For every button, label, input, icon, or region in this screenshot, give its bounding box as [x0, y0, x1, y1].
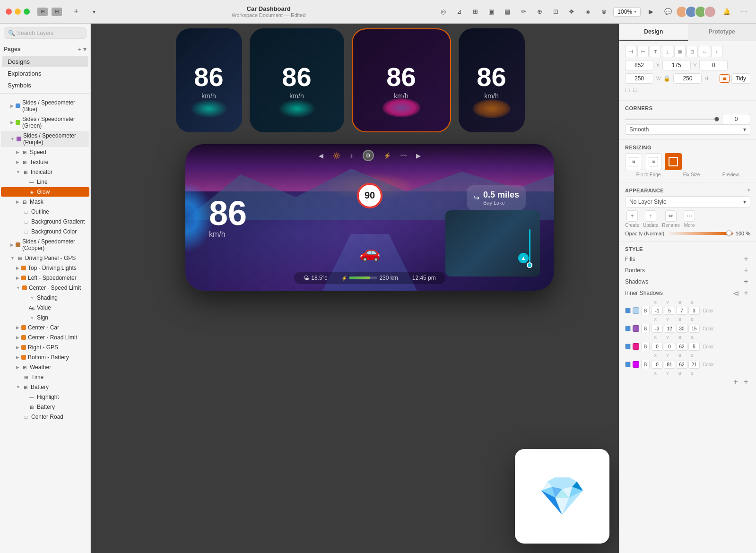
handle-br[interactable] [448, 130, 451, 132]
pages-menu-icon[interactable]: ▾ [83, 45, 87, 53]
zoom-control[interactable]: 100% ▾ [613, 7, 641, 17]
align-center-btn[interactable]: ⊢ [637, 46, 649, 57]
page-symbols[interactable]: Symbols [2, 80, 88, 91]
expand-inner-shadows-btn[interactable]: ⊲ [731, 289, 740, 297]
shadow-3-color[interactable] [633, 343, 639, 350]
align-left-btn[interactable]: ⊣ [625, 46, 636, 57]
add-inner-shadow-button[interactable]: + [742, 289, 750, 297]
shadow-3-b-val[interactable]: 62 [676, 343, 687, 351]
shadow-3-y[interactable]: 0 [664, 343, 675, 351]
minimize-button[interactable] [15, 9, 21, 15]
layer-indicator[interactable]: ▼ ⊞ Indicator [1, 167, 89, 177]
layer-sides-copper[interactable]: ▶ Sides / Speedometer (Copper) [1, 237, 89, 253]
align-right-btn[interactable]: ⊤ [650, 46, 661, 57]
play-icon[interactable]: ▶ [644, 5, 658, 18]
flip-v-btn[interactable]: ↕ [711, 46, 722, 57]
shadow-2-b-val[interactable]: 30 [676, 325, 687, 333]
flip-h-btn[interactable]: ↔ [699, 46, 710, 57]
close-button[interactable] [6, 9, 12, 15]
layer-line[interactable]: — Line [1, 177, 89, 187]
page-explorations[interactable]: Explorations [2, 68, 88, 79]
shadow-1-color[interactable] [633, 307, 639, 314]
layer-battery[interactable]: ⊞ Battery [1, 402, 89, 412]
shadow-1-b-val[interactable]: 7 [676, 307, 687, 315]
layer-sign[interactable]: ○ Sign [1, 313, 89, 322]
maximize-button[interactable] [24, 9, 30, 15]
corners-slider[interactable] [625, 119, 719, 120]
add-shadow-button[interactable]: + [742, 277, 750, 286]
shadow-2-y[interactable]: 12 [664, 325, 675, 333]
navigator-icon[interactable]: ⊞ [37, 8, 48, 16]
layer-value[interactable]: Aa Value [1, 303, 89, 312]
canvas-area[interactable]: 86 km/h 86 km/h 86 km/h [91, 24, 619, 553]
shadow-2-checkbox[interactable] [625, 326, 631, 331]
shadow-3-checkbox[interactable] [625, 344, 631, 349]
layer-time[interactable]: ⊞ Time [1, 372, 89, 382]
tab-prototype[interactable]: Prototype [688, 24, 756, 41]
shadow-2-b[interactable]: B [641, 324, 650, 333]
shadow-3-b[interactable]: B [641, 342, 650, 351]
add-page-button[interactable]: + [78, 45, 81, 53]
add-border-button[interactable]: + [742, 266, 750, 275]
shadow-4-s[interactable]: 21 [688, 361, 700, 369]
grid-icon[interactable]: ⊟ [52, 8, 62, 16]
shadow-4-b-val[interactable]: 62 [676, 361, 687, 369]
add-style-btn-bottom-2[interactable]: + [742, 378, 750, 386]
rename-action[interactable]: ✏ Rename [662, 210, 680, 228]
smooth-dropdown[interactable]: Smooth ▾ [625, 124, 750, 135]
layer-sides-green[interactable]: ▶ Sides / Speedometer (Green) [1, 114, 89, 130]
shadow-2-color[interactable] [633, 325, 639, 332]
shadow-3-x[interactable]: 0 [652, 343, 663, 351]
layer-battery-group[interactable]: ▼ ⊞ Battery [1, 382, 89, 392]
shadow-1-x[interactable]: -1 [652, 307, 663, 315]
align-middle-btn[interactable]: ⊠ [674, 46, 686, 57]
align-top-btn[interactable]: ⊥ [662, 46, 673, 57]
handle-bl[interactable] [352, 130, 355, 132]
update-action[interactable]: ↑ Update [643, 210, 658, 228]
frame-icon[interactable]: ▤ [501, 5, 514, 18]
comment-icon[interactable]: 💬 [661, 5, 675, 18]
tidy-button[interactable]: Tidy [731, 73, 750, 84]
w-input[interactable]: 250 [625, 73, 653, 84]
layer-center-car[interactable]: ▶ Center - Car [1, 323, 89, 332]
layer-center-road[interactable]: ▶ Center - Road Limit [1, 333, 89, 342]
insert-tool[interactable]: ▾ [87, 5, 101, 18]
opacity-thumb[interactable] [726, 230, 732, 236]
x-input[interactable]: 852 [625, 60, 653, 70]
slider-thumb[interactable] [714, 117, 719, 121]
y-input[interactable]: 175 [662, 60, 691, 70]
layer-center-speed[interactable]: ▼ Center - Speed Limit [1, 283, 89, 293]
corners-value[interactable]: 0 [722, 114, 750, 124]
tab-design[interactable]: Design [619, 24, 688, 41]
shadow-1-checkbox[interactable] [625, 308, 631, 313]
layer-speed[interactable]: ▶ ⊞ Speed [1, 147, 89, 157]
artboard-icon[interactable]: ▣ [485, 5, 498, 18]
search-box[interactable]: 🔍 Search Layers [4, 27, 87, 39]
component-icon[interactable]: ❖ [565, 5, 578, 18]
layer-top-driving[interactable]: ▶ Top - Driving Lights [1, 263, 89, 273]
add-style-btn-bottom-1[interactable]: + [731, 378, 740, 386]
layer-sides-blue[interactable]: ▶ Sides / Speedometer (Blue) [1, 98, 89, 114]
shadow-4-color[interactable] [633, 361, 639, 368]
h-input[interactable]: 250 [673, 73, 702, 84]
fix-size-btn[interactable]: ⊞ [645, 153, 662, 170]
layer-shading[interactable]: ○ Shading [1, 293, 89, 302]
more-action[interactable]: ⋯ More [684, 210, 695, 228]
shadow-1-b[interactable]: B [641, 306, 650, 315]
share-icon[interactable]: ⋯ [737, 5, 750, 18]
boolean-icon[interactable]: ⊕ [533, 5, 546, 18]
layer-highlight[interactable]: — Highlight [1, 392, 89, 402]
components-icon[interactable]: ◎ [436, 5, 450, 18]
add-tool[interactable]: + [70, 5, 83, 18]
lock-icon[interactable]: 🔒 [663, 75, 670, 82]
handle-tl[interactable] [352, 28, 355, 31]
opacity-slider[interactable] [667, 232, 733, 235]
handle-tr[interactable] [448, 28, 451, 31]
vector-icon[interactable]: ✏ [517, 5, 530, 18]
layer-bottom-battery[interactable]: ▶ Bottom - Battery [1, 353, 89, 362]
layer-weather[interactable]: ▶ ⊞ Weather [1, 363, 89, 372]
notifications-icon[interactable]: 🔔 [720, 5, 733, 18]
shadow-4-y[interactable]: 81 [664, 361, 675, 369]
add-fill-button[interactable]: + [742, 255, 750, 263]
layer-bg-gradient[interactable]: □ Background Gradient [1, 217, 89, 226]
